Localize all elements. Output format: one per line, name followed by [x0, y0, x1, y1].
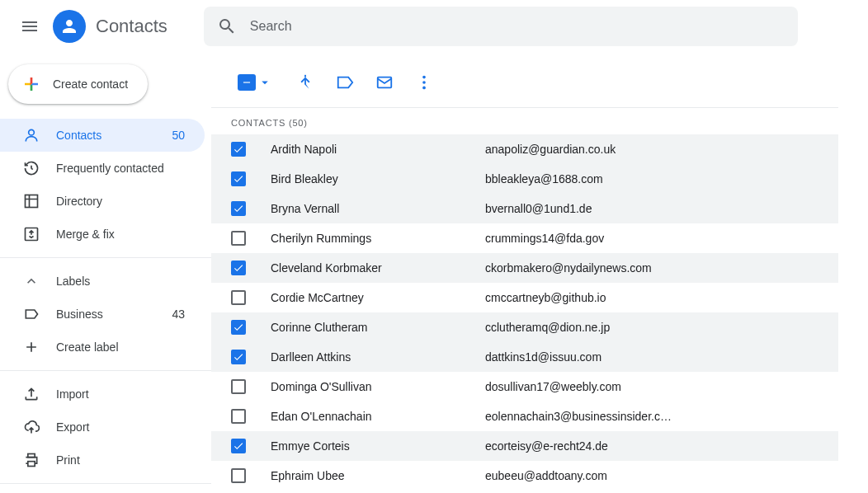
clock-icon — [21, 160, 41, 176]
svg-rect-5 — [304, 75, 306, 77]
contact-email: crummings14@fda.gov — [485, 232, 838, 245]
nav-count: 50 — [172, 129, 185, 142]
contact-row[interactable]: Corinne Clutheramcclutheramq@dion.ne.jp — [211, 312, 838, 342]
indeterminate-icon — [241, 77, 252, 88]
nav-label: Directory — [56, 195, 185, 208]
contact-email: dosullivan17@weebly.com — [485, 380, 838, 393]
contact-name: Emmye Corteis — [271, 439, 485, 453]
divider — [0, 370, 211, 371]
nav-label: Contacts — [56, 129, 172, 142]
labels-header-label: Labels — [56, 275, 90, 288]
nav-label: Create label — [56, 340, 185, 354]
email-button[interactable] — [368, 66, 401, 99]
hamburger-icon — [20, 16, 40, 36]
contact-checkbox[interactable] — [231, 142, 246, 157]
contact-checkbox[interactable] — [231, 379, 246, 394]
sidebar-action-import[interactable]: Import — [0, 378, 205, 411]
contact-checkbox[interactable] — [231, 290, 246, 305]
main-content: CONTACTS (50) Ardith Napolianapoliz@guar… — [211, 53, 868, 493]
sidebar-label-business[interactable]: Business43 — [0, 298, 205, 331]
contact-checkbox[interactable] — [231, 468, 246, 483]
contact-checkbox[interactable] — [231, 261, 246, 275]
contacts-section-header: CONTACTS (50) — [211, 107, 838, 134]
main-menu-button[interactable] — [10, 7, 50, 46]
more-vert-icon — [415, 73, 433, 92]
contact-email: eolennachain3@businessinsider.c… — [485, 410, 838, 423]
nav-label: Print — [56, 453, 185, 467]
selection-toolbar — [211, 63, 838, 102]
contact-row[interactable]: Cherilyn Rummingscrummings14@fda.gov — [211, 223, 838, 253]
create-contact-button[interactable]: Create contact — [8, 64, 148, 104]
more-button[interactable] — [408, 66, 441, 99]
nav-label: Merge & fix — [56, 228, 185, 241]
contact-email: bbleakleya@1688.com — [485, 172, 838, 185]
plus-icon — [21, 339, 41, 355]
search-input[interactable] — [250, 19, 785, 34]
person-icon — [59, 16, 79, 36]
contact-name: Ardith Napoli — [271, 143, 485, 156]
contacts-logo — [53, 10, 86, 43]
sidebar-nav-directory[interactable]: Directory — [0, 185, 205, 218]
contact-row[interactable]: Ephraim Ubeeeubeeu@addtoany.com — [211, 461, 838, 491]
contact-email: bvernall0@1und1.de — [485, 202, 838, 215]
sidebar-nav-merge-fix[interactable]: Merge & fix — [0, 218, 205, 251]
contact-email: ecorteisy@e-recht24.de — [485, 439, 838, 453]
contact-name: Ephraim Ubee — [271, 469, 485, 482]
contact-row[interactable]: Ardith Napolianapoliz@guardian.co.uk — [211, 134, 838, 164]
sidebar-action-export[interactable]: Export — [0, 411, 205, 444]
chevron-up-icon — [23, 273, 40, 289]
contact-checkbox[interactable] — [231, 201, 246, 216]
labels-toggle[interactable]: Labels — [0, 265, 211, 298]
export-icon — [21, 419, 41, 435]
contact-row[interactable]: Cleveland Korbmakerckorbmakero@nydailyne… — [211, 253, 838, 283]
print-icon — [21, 452, 41, 468]
search-bar[interactable] — [204, 7, 798, 46]
sidebar-label-create-label[interactable]: Create label — [0, 331, 205, 364]
merge-icon — [21, 226, 41, 242]
divider — [0, 257, 211, 258]
sidebar-action-print[interactable]: Print — [0, 444, 205, 477]
contact-email: cmccartneyb@github.io — [485, 291, 838, 304]
contact-email: dattkins1d@issuu.com — [485, 350, 838, 364]
selection-dropdown[interactable] — [238, 74, 272, 91]
contact-email: ckorbmakero@nydailynews.com — [485, 261, 838, 275]
app-title: Contacts — [96, 16, 167, 37]
nav-label: Frequently contacted — [56, 162, 185, 175]
nav-label: Export — [56, 420, 185, 434]
label-button[interactable] — [328, 66, 361, 99]
sidebar: Create contact Contacts50Frequently cont… — [0, 53, 211, 493]
contact-checkbox[interactable] — [231, 350, 246, 364]
contact-row[interactable]: Darlleen Attkinsdattkins1d@issuu.com — [211, 342, 838, 372]
contact-checkbox[interactable] — [231, 439, 246, 453]
directory-icon — [21, 193, 41, 209]
contact-checkbox[interactable] — [231, 171, 246, 186]
divider — [0, 483, 211, 484]
nav-label: Import — [56, 387, 185, 401]
contact-row[interactable]: Emmye Corteisecorteisy@e-recht24.de — [211, 431, 838, 461]
label-icon — [21, 306, 41, 322]
contact-checkbox[interactable] — [231, 320, 246, 335]
svg-point-9 — [422, 87, 426, 90]
person-icon — [21, 127, 41, 143]
svg-rect-1 — [26, 195, 38, 208]
merge-button[interactable] — [289, 66, 322, 99]
sidebar-nav-frequently-contacted[interactable]: Frequently contacted — [0, 152, 205, 185]
contact-row[interactable]: Dominga O'Sullivandosullivan17@weebly.co… — [211, 372, 838, 401]
dropdown-arrow-icon — [257, 75, 272, 90]
contact-email: cclutheramq@dion.ne.jp — [485, 321, 838, 334]
contact-row[interactable]: Bird Bleakleybbleakleya@1688.com — [211, 164, 838, 194]
contact-checkbox[interactable] — [231, 231, 246, 246]
contact-name: Dominga O'Sullivan — [271, 380, 485, 393]
contact-name: Bryna Vernall — [271, 202, 485, 215]
contact-row[interactable]: Bryna Vernallbvernall0@1und1.de — [211, 194, 838, 223]
contact-row[interactable]: Cordie McCartneycmccartneyb@github.io — [211, 283, 838, 312]
contact-name: Cleveland Korbmaker — [271, 261, 485, 275]
contact-checkbox[interactable] — [231, 409, 246, 424]
contact-row[interactable]: Edan O'Lennachaineolennachain3@businessi… — [211, 401, 838, 431]
contact-email: eubeeu@addtoany.com — [485, 469, 838, 482]
nav-label: Business — [56, 308, 172, 321]
create-contact-label: Create contact — [53, 77, 128, 91]
svg-point-8 — [422, 81, 426, 84]
contact-name: Edan O'Lennachain — [271, 410, 485, 423]
sidebar-nav-contacts[interactable]: Contacts50 — [0, 119, 205, 152]
